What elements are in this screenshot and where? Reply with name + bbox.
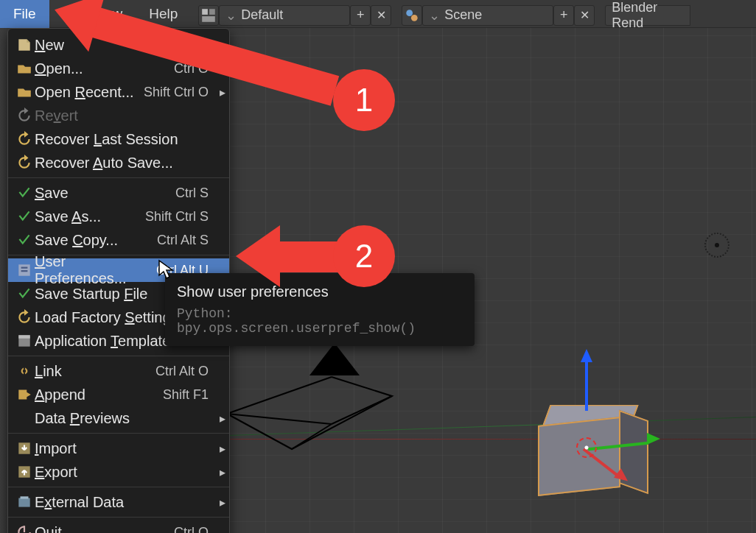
menu-item-external-data[interactable]: External Data▸ xyxy=(8,490,229,514)
save-icon xyxy=(14,283,35,304)
app-icon xyxy=(14,331,35,351)
menu-item-label: Save Copy... xyxy=(35,232,157,249)
plus-icon: + xyxy=(560,7,568,23)
svg-rect-2 xyxy=(202,16,215,22)
menu-item-label: Link xyxy=(35,363,155,380)
menu-item-label: Import xyxy=(35,440,209,457)
svg-point-4 xyxy=(411,14,418,21)
close-icon: ✕ xyxy=(580,8,589,22)
open-icon xyxy=(14,58,35,79)
layout-add-button[interactable]: + xyxy=(350,5,371,26)
scene-icon[interactable] xyxy=(402,5,422,26)
open-icon xyxy=(14,82,35,102)
none-icon xyxy=(14,408,35,428)
menu-item-label: Open Recent... xyxy=(35,84,144,101)
chevron-right-icon: ▸ xyxy=(216,412,229,426)
scene-label: Scene xyxy=(444,7,482,23)
layout-icon[interactable] xyxy=(198,5,219,26)
scene-selector[interactable]: ⌄ Scene xyxy=(422,5,553,26)
menu-item-shortcut: Shift Ctrl O xyxy=(144,85,216,100)
menu-item-shortcut: Ctrl Alt O xyxy=(155,364,216,379)
plus-icon: + xyxy=(357,7,365,23)
svg-rect-0 xyxy=(202,9,208,15)
external-icon xyxy=(14,492,35,512)
menu-item-open-recent[interactable]: Open Recent...Shift Ctrl O▸ xyxy=(8,80,229,104)
chevron-right-icon: ▸ xyxy=(216,465,229,479)
menu-file[interactable]: File xyxy=(0,0,49,28)
menu-item-label: Save Startup File xyxy=(35,286,175,303)
save-icon xyxy=(14,206,35,227)
scene-close-button[interactable]: ✕ xyxy=(574,5,595,26)
menu-item-shortcut: Shift Ctrl S xyxy=(145,209,216,225)
svg-point-3 xyxy=(407,10,413,16)
link-icon xyxy=(14,361,35,381)
save-icon xyxy=(14,230,35,250)
chevron-right-icon: ▸ xyxy=(216,442,229,456)
menu-item-label: Revert xyxy=(35,107,209,124)
svg-rect-1 xyxy=(209,9,215,15)
chevron-right-icon: ▸ xyxy=(216,85,229,99)
new-icon xyxy=(14,35,35,55)
menu-item-label: Save As... xyxy=(35,208,145,225)
close-icon: ✕ xyxy=(377,8,386,22)
menu-item-shortcut: Shift F1 xyxy=(163,387,216,403)
menu-item-data-previews[interactable]: Data Previews▸ xyxy=(8,406,229,430)
menu-item-quit[interactable]: QuitCtrl Q xyxy=(8,520,229,533)
menu-item-shortcut: Ctrl S xyxy=(175,186,216,201)
menu-item-recover-last-session[interactable]: Recover Last Session xyxy=(8,127,229,151)
menu-item-label: Append xyxy=(35,386,163,403)
save-icon xyxy=(14,183,35,203)
export-icon xyxy=(14,462,35,482)
lamp-object[interactable] xyxy=(704,233,729,258)
append-icon xyxy=(14,384,35,405)
tooltip: Show user preferences Python: bpy.ops.sc… xyxy=(165,273,475,346)
menu-item-revert: Revert xyxy=(8,104,229,127)
menu-item-append[interactable]: AppendShift F1 xyxy=(8,383,229,406)
menu-item-export[interactable]: Export▸ xyxy=(8,460,229,484)
menu-item-save-as[interactable]: Save As...Shift Ctrl S xyxy=(8,205,229,228)
menu-item-label: External Data xyxy=(35,494,209,511)
menu-item-label: Recover Auto Save... xyxy=(35,155,209,172)
prefs-icon xyxy=(14,260,35,280)
revert-icon xyxy=(14,105,35,126)
render-engine-selector[interactable]: Blender Rend xyxy=(605,5,690,26)
menu-item-save[interactable]: SaveCtrl S xyxy=(8,181,229,205)
renderer-label: Blender Rend xyxy=(612,0,684,31)
menu-item-label: Recover Last Session xyxy=(35,131,209,148)
menu-item-label: Save xyxy=(35,185,175,202)
import-icon xyxy=(14,438,35,459)
menu-item-recover-auto-save[interactable]: Recover Auto Save... xyxy=(8,151,229,174)
tooltip-python: Python: bpy.ops.screen.userpref_show() xyxy=(177,306,463,336)
menu-item-label: Data Previews xyxy=(35,410,209,427)
factory-icon xyxy=(14,307,35,328)
quit-icon xyxy=(14,522,35,533)
menu-item-label: Export xyxy=(35,464,209,481)
layout-close-button[interactable]: ✕ xyxy=(371,5,391,26)
annotation-badge-1: 1 xyxy=(333,69,395,131)
menu-item-save-copy[interactable]: Save Copy...Ctrl Alt S xyxy=(8,228,229,252)
layout-selector[interactable]: ⌄ Default xyxy=(219,5,350,26)
3d-cursor-icon xyxy=(576,437,597,458)
menu-item-import[interactable]: Import▸ xyxy=(8,437,229,460)
menu-item-link[interactable]: LinkCtrl Alt O xyxy=(8,359,229,383)
menu-item-label: Open... xyxy=(35,60,174,77)
annotation-badge-2: 2 xyxy=(333,225,395,287)
scene-add-button[interactable]: + xyxy=(553,5,574,26)
tooltip-title: Show user preferences xyxy=(177,283,463,300)
menu-item-shortcut: Ctrl Q xyxy=(174,525,216,534)
layout-label: Default xyxy=(241,7,283,23)
menu-item-label: Quit xyxy=(35,524,174,534)
menu-item-shortcut: Ctrl Alt S xyxy=(157,233,216,248)
recover-icon xyxy=(14,152,35,173)
recover-icon xyxy=(14,129,35,149)
chevron-right-icon: ▸ xyxy=(216,495,229,509)
